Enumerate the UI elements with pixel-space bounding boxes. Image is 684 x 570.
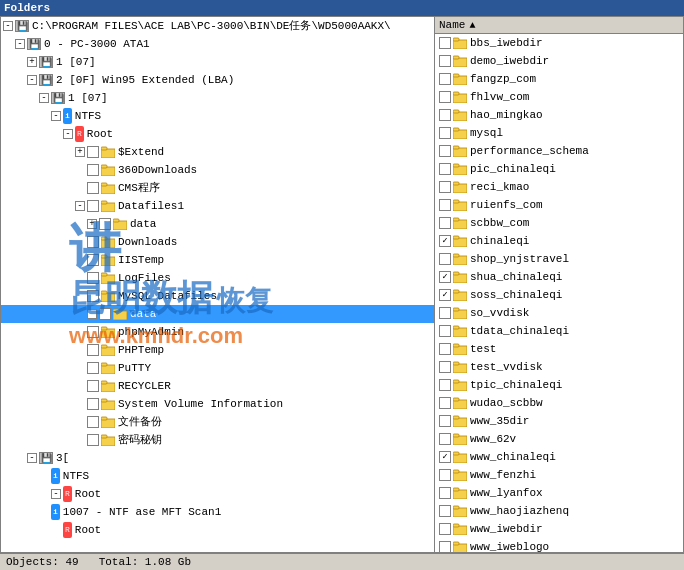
right-list-item[interactable]: bbs_iwebdir — [435, 34, 683, 52]
right-list-item[interactable]: fhlvw_com — [435, 88, 683, 106]
tree-item[interactable]: MySQL Datafiles — [1, 287, 434, 305]
right-list-item[interactable]: reci_kmao — [435, 178, 683, 196]
tree-item[interactable]: - Datafiles1 — [1, 197, 434, 215]
right-list-item[interactable]: soss_chinaleqi — [435, 286, 683, 304]
right-list-item[interactable]: scbbw_com — [435, 214, 683, 232]
tree-checkbox[interactable] — [87, 182, 99, 194]
left-panel[interactable]: -💾C:\PROGRAM FILES\ACE LAB\PC-3000\BIN\D… — [0, 16, 435, 553]
expand-btn[interactable]: - — [63, 129, 73, 139]
expand-btn[interactable]: - — [39, 93, 49, 103]
tree-item[interactable]: PHPTemp — [1, 341, 434, 359]
expand-btn[interactable]: + — [87, 219, 97, 229]
right-checkbox[interactable] — [439, 343, 451, 355]
tree-checkbox[interactable] — [87, 290, 99, 302]
expand-btn[interactable]: - — [15, 39, 25, 49]
right-list-item[interactable]: shop_ynjstravel — [435, 250, 683, 268]
tree-item[interactable]: RRoot — [1, 521, 434, 539]
right-checkbox[interactable] — [439, 325, 451, 337]
right-checkbox[interactable] — [439, 361, 451, 373]
right-list-item[interactable]: www_iweblogo — [435, 538, 683, 553]
tree-item[interactable]: -💾C:\PROGRAM FILES\ACE LAB\PC-3000\BIN\D… — [1, 17, 434, 35]
right-panel[interactable]: Name ▲ bbs_iwebdir demo_iwebdir fangzp_c… — [435, 16, 684, 553]
expand-btn[interactable]: + — [75, 147, 85, 157]
right-checkbox[interactable] — [439, 271, 451, 283]
right-list-item[interactable]: demo_iwebdir — [435, 52, 683, 70]
right-checkbox[interactable] — [439, 73, 451, 85]
right-list-item[interactable]: pic_chinaleqi — [435, 160, 683, 178]
tree-item[interactable]: -💾0 - PC-3000 ATA1 — [1, 35, 434, 53]
tree-checkbox[interactable] — [87, 272, 99, 284]
right-checkbox[interactable] — [439, 253, 451, 265]
right-checkbox[interactable] — [439, 55, 451, 67]
right-list-item[interactable]: ruienfs_com — [435, 196, 683, 214]
tree-checkbox[interactable] — [87, 164, 99, 176]
right-checkbox[interactable] — [439, 91, 451, 103]
right-list-item[interactable]: wudao_scbbw — [435, 394, 683, 412]
right-list-item[interactable]: shua_chinaleqi — [435, 268, 683, 286]
tree-item[interactable]: PuTTY — [1, 359, 434, 377]
tree-item[interactable]: 密码秘钥 — [1, 431, 434, 449]
right-checkbox[interactable] — [439, 397, 451, 409]
expand-btn[interactable]: - — [51, 111, 61, 121]
tree-checkbox[interactable] — [87, 200, 99, 212]
right-checkbox[interactable] — [439, 181, 451, 193]
tree-checkbox[interactable] — [87, 380, 99, 392]
right-list-item[interactable]: so_vvdisk — [435, 304, 683, 322]
tree-item[interactable]: 360Downloads — [1, 161, 434, 179]
tree-checkbox[interactable] — [87, 326, 99, 338]
tree-item[interactable]: + data — [1, 215, 434, 233]
right-checkbox[interactable] — [439, 145, 451, 157]
tree-checkbox[interactable] — [87, 254, 99, 266]
right-checkbox[interactable] — [439, 127, 451, 139]
right-checkbox[interactable] — [439, 379, 451, 391]
right-checkbox[interactable] — [439, 541, 451, 553]
tree-item[interactable]: -RRoot — [1, 125, 434, 143]
right-list-item[interactable]: tdata_chinaleqi — [435, 322, 683, 340]
right-list-item[interactable]: performance_schema — [435, 142, 683, 160]
right-list-item[interactable]: fangzp_com — [435, 70, 683, 88]
right-list-item[interactable]: www_haojiazhenq — [435, 502, 683, 520]
tree-item[interactable]: System Volume Information — [1, 395, 434, 413]
tree-checkbox[interactable] — [99, 218, 111, 230]
right-checkbox[interactable] — [439, 109, 451, 121]
expand-btn[interactable]: + — [27, 57, 37, 67]
tree-item[interactable]: + $Extend — [1, 143, 434, 161]
tree-item[interactable]: +💾1 [07] — [1, 53, 434, 71]
right-checkbox[interactable] — [439, 235, 451, 247]
right-checkbox[interactable] — [439, 163, 451, 175]
right-list-item[interactable]: test_vvdisk — [435, 358, 683, 376]
expand-btn[interactable]: - — [27, 453, 37, 463]
expand-btn[interactable]: - — [75, 201, 85, 211]
tree-item[interactable]: iNTFS — [1, 467, 434, 485]
right-checkbox[interactable] — [439, 307, 451, 319]
tree-item[interactable]: -RRoot — [1, 485, 434, 503]
expand-btn[interactable]: + — [87, 309, 97, 319]
right-list-item[interactable]: www_chinaleqi — [435, 448, 683, 466]
right-list-item[interactable]: tpic_chinaleqi — [435, 376, 683, 394]
tree-checkbox[interactable] — [87, 236, 99, 248]
tree-item[interactable]: CMS程序 — [1, 179, 434, 197]
right-checkbox[interactable] — [439, 451, 451, 463]
tree-checkbox[interactable] — [87, 362, 99, 374]
right-checkbox[interactable] — [439, 433, 451, 445]
right-checkbox[interactable] — [439, 415, 451, 427]
right-list-item[interactable]: www_fenzhi — [435, 466, 683, 484]
right-list-item[interactable]: www_lyanfox — [435, 484, 683, 502]
tree-checkbox[interactable] — [87, 434, 99, 446]
expand-btn[interactable]: - — [51, 489, 61, 499]
right-list-item[interactable]: chinaleqi — [435, 232, 683, 250]
tree-item[interactable]: phpMyAdmin — [1, 323, 434, 341]
tree-item[interactable]: i1007 - NTF ase MFT Scan1 — [1, 503, 434, 521]
tree-item[interactable]: -💾2 [0F] Win95 Extended (LBA) — [1, 71, 434, 89]
tree-item[interactable]: + data — [1, 305, 434, 323]
right-checkbox[interactable] — [439, 505, 451, 517]
tree-checkbox[interactable] — [87, 398, 99, 410]
right-list-item[interactable]: test — [435, 340, 683, 358]
tree-item[interactable]: -iNTFS — [1, 107, 434, 125]
right-checkbox[interactable] — [439, 199, 451, 211]
expand-btn[interactable]: - — [3, 21, 13, 31]
right-checkbox[interactable] — [439, 469, 451, 481]
right-checkbox[interactable] — [439, 487, 451, 499]
right-checkbox[interactable] — [439, 37, 451, 49]
expand-btn[interactable]: - — [27, 75, 37, 85]
